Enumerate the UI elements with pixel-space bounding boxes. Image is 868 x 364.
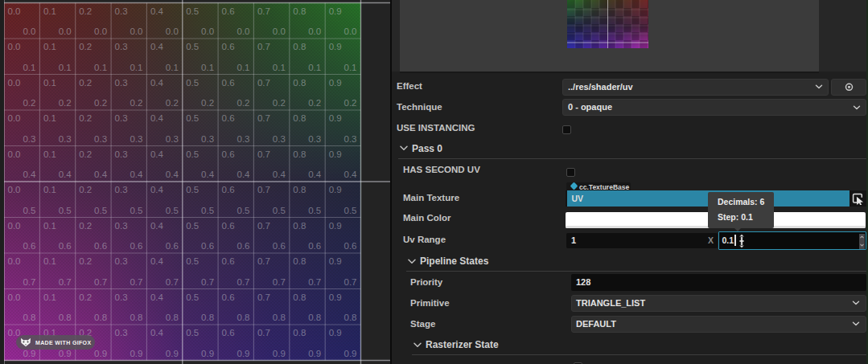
svg-text:0.5: 0.5 xyxy=(344,206,357,215)
svg-text:0.5: 0.5 xyxy=(186,256,199,266)
svg-text:0.1: 0.1 xyxy=(23,63,35,72)
svg-text:0.1: 0.1 xyxy=(43,221,56,231)
svg-text:0.2: 0.2 xyxy=(166,98,179,108)
svg-text:0.6: 0.6 xyxy=(201,241,214,251)
svg-text:0.9: 0.9 xyxy=(329,78,342,88)
svg-text:0.5: 0.5 xyxy=(186,113,199,123)
svg-text:0.3: 0.3 xyxy=(115,113,128,123)
svg-text:0.4: 0.4 xyxy=(150,256,164,266)
svg-text:0.4: 0.4 xyxy=(23,170,36,179)
svg-text:0.6: 0.6 xyxy=(222,78,235,88)
svg-text:0.5: 0.5 xyxy=(130,206,142,215)
svg-text:0.6: 0.6 xyxy=(59,241,72,251)
svg-text:0.1: 0.1 xyxy=(308,63,321,72)
svg-text:0.9: 0.9 xyxy=(308,349,321,358)
svg-text:0.4: 0.4 xyxy=(273,170,286,179)
svg-text:0.9: 0.9 xyxy=(329,221,342,231)
svg-text:0.7: 0.7 xyxy=(237,277,250,287)
svg-text:0.8: 0.8 xyxy=(166,313,179,322)
svg-text:0.4: 0.4 xyxy=(308,170,322,179)
svg-text:0.9: 0.9 xyxy=(329,185,342,194)
svg-text:0.0: 0.0 xyxy=(8,78,21,88)
svg-text:0.0: 0.0 xyxy=(8,256,21,266)
svg-text:0.2: 0.2 xyxy=(79,256,92,266)
svg-text:0.6: 0.6 xyxy=(222,149,235,159)
svg-text:0.3: 0.3 xyxy=(115,256,128,266)
svg-text:0.5: 0.5 xyxy=(166,206,179,215)
svg-text:0.7: 0.7 xyxy=(130,277,142,287)
svg-text:0.2: 0.2 xyxy=(130,98,142,108)
svg-text:0.0: 0.0 xyxy=(130,27,142,36)
svg-text:0.1: 0.1 xyxy=(43,42,56,51)
svg-text:0.6: 0.6 xyxy=(237,241,250,251)
svg-text:0.1: 0.1 xyxy=(43,149,56,159)
svg-text:0.7: 0.7 xyxy=(23,277,35,287)
svg-text:0.8: 0.8 xyxy=(273,313,286,322)
svg-text:0.0: 0.0 xyxy=(237,27,250,36)
svg-text:0.7: 0.7 xyxy=(257,292,270,302)
svg-text:0.8: 0.8 xyxy=(293,78,306,88)
svg-text:0.3: 0.3 xyxy=(115,292,128,302)
svg-text:0.4: 0.4 xyxy=(166,170,179,179)
svg-text:0.0: 0.0 xyxy=(166,27,179,36)
svg-text:0.8: 0.8 xyxy=(293,221,306,231)
svg-text:0.2: 0.2 xyxy=(23,98,35,108)
svg-text:0.0: 0.0 xyxy=(8,149,21,159)
svg-text:0.1: 0.1 xyxy=(344,63,357,72)
svg-text:0.8: 0.8 xyxy=(130,313,142,322)
svg-text:0.4: 0.4 xyxy=(150,113,164,123)
svg-text:0.6: 0.6 xyxy=(94,241,107,251)
svg-text:0.3: 0.3 xyxy=(115,221,128,231)
svg-text:0.3: 0.3 xyxy=(115,78,128,88)
svg-text:0.8: 0.8 xyxy=(237,313,250,322)
svg-text:0.7: 0.7 xyxy=(257,256,270,266)
svg-text:0.9: 0.9 xyxy=(166,349,179,358)
svg-text:0.8: 0.8 xyxy=(308,313,321,322)
svg-text:0.5: 0.5 xyxy=(201,206,214,215)
svg-text:0.2: 0.2 xyxy=(79,78,92,88)
svg-text:0.0: 0.0 xyxy=(201,27,214,36)
svg-text:0.9: 0.9 xyxy=(201,349,214,358)
svg-text:0.2: 0.2 xyxy=(79,149,92,159)
svg-text:0.2: 0.2 xyxy=(344,98,357,108)
svg-text:0.9: 0.9 xyxy=(273,349,286,358)
svg-text:0.0: 0.0 xyxy=(8,185,21,194)
svg-text:0.9: 0.9 xyxy=(329,149,342,159)
svg-text:0.9: 0.9 xyxy=(344,349,357,358)
svg-text:0.3: 0.3 xyxy=(115,328,128,337)
svg-text:0.7: 0.7 xyxy=(273,277,286,287)
svg-text:0.5: 0.5 xyxy=(237,206,250,215)
svg-text:0.3: 0.3 xyxy=(115,185,128,194)
svg-text:0.2: 0.2 xyxy=(79,221,92,231)
svg-text:0.2: 0.2 xyxy=(273,98,286,108)
svg-text:0.4: 0.4 xyxy=(150,292,164,302)
svg-text:0.2: 0.2 xyxy=(79,113,92,123)
svg-text:0.0: 0.0 xyxy=(308,27,321,36)
svg-text:0.1: 0.1 xyxy=(94,63,107,72)
svg-text:0.1: 0.1 xyxy=(43,256,56,266)
svg-text:0.9: 0.9 xyxy=(237,349,250,358)
svg-text:0.0: 0.0 xyxy=(8,6,21,16)
svg-text:0.2: 0.2 xyxy=(79,185,92,194)
svg-text:0.7: 0.7 xyxy=(257,328,270,337)
svg-text:0.0: 0.0 xyxy=(23,27,35,36)
svg-text:0.5: 0.5 xyxy=(186,328,199,337)
svg-text:0.3: 0.3 xyxy=(201,134,214,144)
svg-text:0.6: 0.6 xyxy=(222,256,235,266)
svg-text:0.8: 0.8 xyxy=(293,292,306,302)
svg-text:0.2: 0.2 xyxy=(59,98,72,108)
svg-text:0.2: 0.2 xyxy=(94,98,107,108)
svg-text:0.8: 0.8 xyxy=(293,185,306,194)
svg-text:0.6: 0.6 xyxy=(222,221,235,231)
svg-text:0.8: 0.8 xyxy=(201,313,214,322)
svg-text:0.8: 0.8 xyxy=(293,256,306,266)
svg-text:0.6: 0.6 xyxy=(222,113,235,123)
svg-text:0.3: 0.3 xyxy=(115,149,128,159)
svg-text:0.5: 0.5 xyxy=(59,206,72,215)
svg-text:0.9: 0.9 xyxy=(329,113,342,123)
svg-text:0.0: 0.0 xyxy=(8,113,21,123)
svg-text:0.9: 0.9 xyxy=(130,349,142,358)
svg-text:0.4: 0.4 xyxy=(237,170,251,179)
svg-text:0.1: 0.1 xyxy=(166,63,179,72)
svg-text:0.7: 0.7 xyxy=(94,277,107,287)
